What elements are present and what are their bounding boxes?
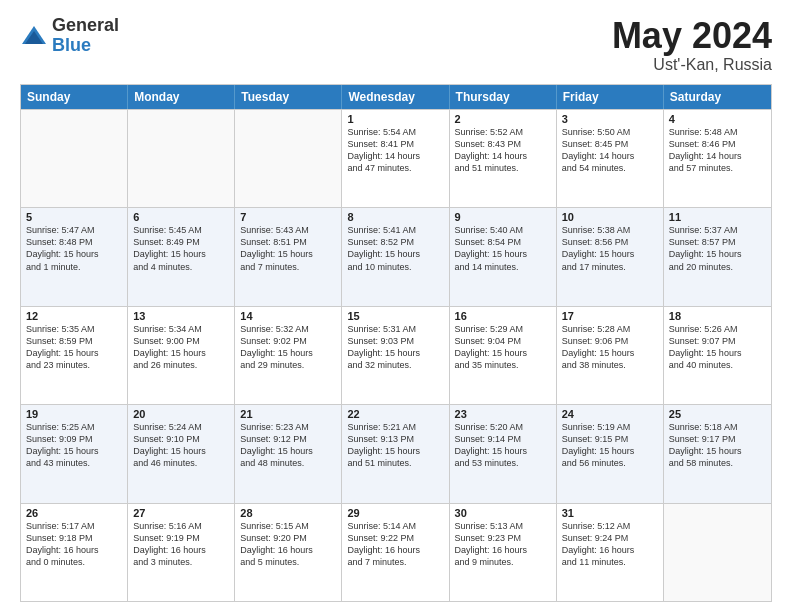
- month-title: May 2024: [612, 16, 772, 56]
- day-cell-13: 13Sunrise: 5:34 AM Sunset: 9:00 PM Dayli…: [128, 307, 235, 404]
- day-cell-9: 9Sunrise: 5:40 AM Sunset: 8:54 PM Daylig…: [450, 208, 557, 305]
- calendar-header: SundayMondayTuesdayWednesdayThursdayFrid…: [21, 85, 771, 109]
- day-info: Sunrise: 5:21 AM Sunset: 9:13 PM Dayligh…: [347, 421, 443, 470]
- day-info: Sunrise: 5:16 AM Sunset: 9:19 PM Dayligh…: [133, 520, 229, 569]
- header-day-sunday: Sunday: [21, 85, 128, 109]
- day-info: Sunrise: 5:17 AM Sunset: 9:18 PM Dayligh…: [26, 520, 122, 569]
- day-number: 1: [347, 113, 443, 125]
- day-cell-4: 4Sunrise: 5:48 AM Sunset: 8:46 PM Daylig…: [664, 110, 771, 207]
- day-info: Sunrise: 5:18 AM Sunset: 9:17 PM Dayligh…: [669, 421, 766, 470]
- day-info: Sunrise: 5:32 AM Sunset: 9:02 PM Dayligh…: [240, 323, 336, 372]
- title-block: May 2024 Ust'-Kan, Russia: [612, 16, 772, 74]
- empty-cell: [235, 110, 342, 207]
- day-number: 12: [26, 310, 122, 322]
- header-day-tuesday: Tuesday: [235, 85, 342, 109]
- day-info: Sunrise: 5:45 AM Sunset: 8:49 PM Dayligh…: [133, 224, 229, 273]
- header-day-monday: Monday: [128, 85, 235, 109]
- day-number: 10: [562, 211, 658, 223]
- day-info: Sunrise: 5:43 AM Sunset: 8:51 PM Dayligh…: [240, 224, 336, 273]
- day-cell-25: 25Sunrise: 5:18 AM Sunset: 9:17 PM Dayli…: [664, 405, 771, 502]
- calendar-row-2: 5Sunrise: 5:47 AM Sunset: 8:48 PM Daylig…: [21, 207, 771, 305]
- header-day-saturday: Saturday: [664, 85, 771, 109]
- header-day-thursday: Thursday: [450, 85, 557, 109]
- day-cell-21: 21Sunrise: 5:23 AM Sunset: 9:12 PM Dayli…: [235, 405, 342, 502]
- day-cell-28: 28Sunrise: 5:15 AM Sunset: 9:20 PM Dayli…: [235, 504, 342, 601]
- logo: General Blue: [20, 16, 119, 56]
- day-cell-8: 8Sunrise: 5:41 AM Sunset: 8:52 PM Daylig…: [342, 208, 449, 305]
- day-number: 18: [669, 310, 766, 322]
- day-number: 13: [133, 310, 229, 322]
- day-number: 8: [347, 211, 443, 223]
- empty-cell: [21, 110, 128, 207]
- day-info: Sunrise: 5:31 AM Sunset: 9:03 PM Dayligh…: [347, 323, 443, 372]
- page: General Blue May 2024 Ust'-Kan, Russia S…: [0, 0, 792, 612]
- calendar-body: 1Sunrise: 5:54 AM Sunset: 8:41 PM Daylig…: [21, 109, 771, 601]
- calendar-row-3: 12Sunrise: 5:35 AM Sunset: 8:59 PM Dayli…: [21, 306, 771, 404]
- day-number: 29: [347, 507, 443, 519]
- day-info: Sunrise: 5:20 AM Sunset: 9:14 PM Dayligh…: [455, 421, 551, 470]
- day-number: 7: [240, 211, 336, 223]
- day-number: 24: [562, 408, 658, 420]
- header: General Blue May 2024 Ust'-Kan, Russia: [20, 16, 772, 74]
- day-cell-30: 30Sunrise: 5:13 AM Sunset: 9:23 PM Dayli…: [450, 504, 557, 601]
- day-cell-18: 18Sunrise: 5:26 AM Sunset: 9:07 PM Dayli…: [664, 307, 771, 404]
- day-info: Sunrise: 5:48 AM Sunset: 8:46 PM Dayligh…: [669, 126, 766, 175]
- calendar-row-4: 19Sunrise: 5:25 AM Sunset: 9:09 PM Dayli…: [21, 404, 771, 502]
- day-cell-5: 5Sunrise: 5:47 AM Sunset: 8:48 PM Daylig…: [21, 208, 128, 305]
- day-cell-20: 20Sunrise: 5:24 AM Sunset: 9:10 PM Dayli…: [128, 405, 235, 502]
- day-info: Sunrise: 5:28 AM Sunset: 9:06 PM Dayligh…: [562, 323, 658, 372]
- day-number: 17: [562, 310, 658, 322]
- logo-blue: Blue: [52, 36, 119, 56]
- day-info: Sunrise: 5:15 AM Sunset: 9:20 PM Dayligh…: [240, 520, 336, 569]
- day-number: 11: [669, 211, 766, 223]
- day-cell-24: 24Sunrise: 5:19 AM Sunset: 9:15 PM Dayli…: [557, 405, 664, 502]
- day-number: 21: [240, 408, 336, 420]
- day-info: Sunrise: 5:34 AM Sunset: 9:00 PM Dayligh…: [133, 323, 229, 372]
- day-info: Sunrise: 5:13 AM Sunset: 9:23 PM Dayligh…: [455, 520, 551, 569]
- day-cell-6: 6Sunrise: 5:45 AM Sunset: 8:49 PM Daylig…: [128, 208, 235, 305]
- day-cell-23: 23Sunrise: 5:20 AM Sunset: 9:14 PM Dayli…: [450, 405, 557, 502]
- day-info: Sunrise: 5:38 AM Sunset: 8:56 PM Dayligh…: [562, 224, 658, 273]
- header-day-wednesday: Wednesday: [342, 85, 449, 109]
- day-number: 5: [26, 211, 122, 223]
- day-info: Sunrise: 5:40 AM Sunset: 8:54 PM Dayligh…: [455, 224, 551, 273]
- day-number: 15: [347, 310, 443, 322]
- day-info: Sunrise: 5:54 AM Sunset: 8:41 PM Dayligh…: [347, 126, 443, 175]
- day-number: 22: [347, 408, 443, 420]
- empty-cell: [128, 110, 235, 207]
- location-title: Ust'-Kan, Russia: [612, 56, 772, 74]
- day-cell-16: 16Sunrise: 5:29 AM Sunset: 9:04 PM Dayli…: [450, 307, 557, 404]
- day-info: Sunrise: 5:50 AM Sunset: 8:45 PM Dayligh…: [562, 126, 658, 175]
- day-cell-31: 31Sunrise: 5:12 AM Sunset: 9:24 PM Dayli…: [557, 504, 664, 601]
- day-cell-19: 19Sunrise: 5:25 AM Sunset: 9:09 PM Dayli…: [21, 405, 128, 502]
- day-info: Sunrise: 5:35 AM Sunset: 8:59 PM Dayligh…: [26, 323, 122, 372]
- header-day-friday: Friday: [557, 85, 664, 109]
- day-number: 14: [240, 310, 336, 322]
- day-info: Sunrise: 5:26 AM Sunset: 9:07 PM Dayligh…: [669, 323, 766, 372]
- day-info: Sunrise: 5:52 AM Sunset: 8:43 PM Dayligh…: [455, 126, 551, 175]
- day-info: Sunrise: 5:23 AM Sunset: 9:12 PM Dayligh…: [240, 421, 336, 470]
- day-info: Sunrise: 5:47 AM Sunset: 8:48 PM Dayligh…: [26, 224, 122, 273]
- day-number: 9: [455, 211, 551, 223]
- day-number: 23: [455, 408, 551, 420]
- day-cell-7: 7Sunrise: 5:43 AM Sunset: 8:51 PM Daylig…: [235, 208, 342, 305]
- day-info: Sunrise: 5:19 AM Sunset: 9:15 PM Dayligh…: [562, 421, 658, 470]
- day-cell-17: 17Sunrise: 5:28 AM Sunset: 9:06 PM Dayli…: [557, 307, 664, 404]
- day-cell-29: 29Sunrise: 5:14 AM Sunset: 9:22 PM Dayli…: [342, 504, 449, 601]
- day-number: 6: [133, 211, 229, 223]
- logo-general: General: [52, 16, 119, 36]
- day-number: 16: [455, 310, 551, 322]
- day-info: Sunrise: 5:41 AM Sunset: 8:52 PM Dayligh…: [347, 224, 443, 273]
- day-cell-12: 12Sunrise: 5:35 AM Sunset: 8:59 PM Dayli…: [21, 307, 128, 404]
- day-number: 31: [562, 507, 658, 519]
- day-info: Sunrise: 5:24 AM Sunset: 9:10 PM Dayligh…: [133, 421, 229, 470]
- day-cell-14: 14Sunrise: 5:32 AM Sunset: 9:02 PM Dayli…: [235, 307, 342, 404]
- day-cell-1: 1Sunrise: 5:54 AM Sunset: 8:41 PM Daylig…: [342, 110, 449, 207]
- day-number: 25: [669, 408, 766, 420]
- day-cell-26: 26Sunrise: 5:17 AM Sunset: 9:18 PM Dayli…: [21, 504, 128, 601]
- logo-icon: [20, 22, 48, 50]
- calendar-row-5: 26Sunrise: 5:17 AM Sunset: 9:18 PM Dayli…: [21, 503, 771, 601]
- day-info: Sunrise: 5:29 AM Sunset: 9:04 PM Dayligh…: [455, 323, 551, 372]
- day-number: 30: [455, 507, 551, 519]
- day-info: Sunrise: 5:14 AM Sunset: 9:22 PM Dayligh…: [347, 520, 443, 569]
